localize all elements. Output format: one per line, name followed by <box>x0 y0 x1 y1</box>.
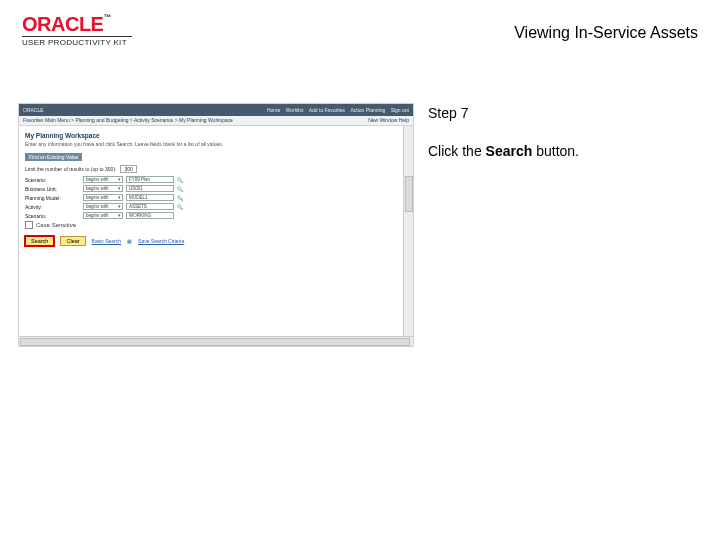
val-scenario2[interactable]: WORKING <box>126 212 174 219</box>
label-scenario2: Scenario: <box>25 213 80 219</box>
basic-search-link[interactable]: Basic Search <box>92 238 121 244</box>
instr-before: Click the <box>428 143 486 159</box>
field-row-bu: Business Unit: begins with US001 🔍 <box>25 185 407 192</box>
op-scenario[interactable]: begins with <box>83 176 123 183</box>
page-title: Viewing In-Service Assets <box>514 24 698 42</box>
lookup-icon[interactable]: 🔍 <box>177 195 183 201</box>
step-label: Step 7 <box>428 105 702 121</box>
val-activity[interactable]: ASSETS <box>126 203 174 210</box>
instruction-pane: Step 7 Click the Search button. <box>414 103 702 159</box>
val-scenario[interactable]: FY09 Plan <box>126 176 174 183</box>
field-row-scenario: Scenario: begins with FY09 Plan 🔍 <box>25 176 407 183</box>
instr-target: Search <box>486 143 533 159</box>
field-row-scenario2: Scenario: begins with WORKING <box>25 212 407 219</box>
op-bu[interactable]: begins with <box>83 185 123 192</box>
tab-strip: Find an Existing Value <box>25 153 407 161</box>
val-model[interactable]: MODEL1 <box>126 194 174 201</box>
save-criteria-link[interactable]: Save Search Criteria <box>138 238 184 244</box>
nav-oracle: ORACLE <box>23 107 44 113</box>
scroll-thumb-h[interactable] <box>20 338 410 346</box>
workspace-title: My Planning Workspace <box>19 126 413 141</box>
op-activity[interactable]: begins with <box>83 203 123 210</box>
app-navbar: ORACLE Home Worklist Add to Favorites Ac… <box>19 104 413 116</box>
limit-row: Limit the number of results to (up to 30… <box>19 165 413 176</box>
lookup-icon[interactable]: 🔍 <box>177 204 183 210</box>
case-checkbox[interactable] <box>25 221 33 229</box>
tab-find-existing[interactable]: Find an Existing Value <box>25 153 82 161</box>
nav-worklist[interactable]: Worklist <box>286 107 304 113</box>
save-icon: ▦ <box>127 238 132 244</box>
val-bu[interactable]: US001 <box>126 185 174 192</box>
label-bu: Business Unit: <box>25 186 80 192</box>
oracle-word: ORACLE <box>22 13 103 35</box>
search-button[interactable]: Search <box>25 236 54 246</box>
label-model: Planning Model: <box>25 195 80 201</box>
lookup-icon[interactable]: 🔍 <box>177 186 183 192</box>
logo-divider <box>22 36 132 37</box>
field-row-activity: Activity: begins with ASSETS 🔍 <box>25 203 407 210</box>
instr-after: button. <box>532 143 579 159</box>
upk-subtitle: USER PRODUCTIVITY KIT <box>22 38 132 47</box>
scrollbar-vertical[interactable] <box>403 126 413 336</box>
nav-action[interactable]: Action Planning <box>351 107 386 113</box>
limit-input[interactable]: 300 <box>120 165 136 173</box>
brand-logo: ORACLE™ USER PRODUCTIVITY KIT <box>22 14 132 47</box>
action-row: Search Clear Basic Search ▦ Save Search … <box>19 231 413 246</box>
app-screenshot: ORACLE Home Worklist Add to Favorites Ac… <box>18 103 414 347</box>
field-row-model: Planning Model: begins with MODEL1 🔍 <box>25 194 407 201</box>
workspace-subtitle: Enter any information you have and click… <box>19 141 413 151</box>
toolbar-right[interactable]: New Window Help <box>368 117 409 124</box>
label-activity: Activity: <box>25 204 80 210</box>
breadcrumb-text[interactable]: Favorites Main Menu > Planning and Budge… <box>23 117 233 124</box>
tm-mark: ™ <box>103 13 111 22</box>
instruction-text: Click the Search button. <box>428 143 702 159</box>
case-row: Case Sensitive <box>25 221 407 229</box>
search-form: Scenario: begins with FY09 Plan 🔍 Busine… <box>19 176 413 229</box>
scroll-thumb-v[interactable] <box>405 176 413 212</box>
nav-fav[interactable]: Add to Favorites <box>309 107 345 113</box>
limit-label: Limit the number of results to (up to 30… <box>25 166 116 172</box>
clear-button[interactable]: Clear <box>60 236 85 246</box>
label-scenario: Scenario: <box>25 177 80 183</box>
scrollbar-horizontal[interactable] <box>19 336 413 346</box>
breadcrumb: Favorites Main Menu > Planning and Budge… <box>19 116 413 126</box>
op-scenario2[interactable]: begins with <box>83 212 123 219</box>
case-label: Case Sensitive <box>36 222 76 228</box>
lookup-icon[interactable]: 🔍 <box>177 177 183 183</box>
nav-signout[interactable]: Sign out <box>391 107 409 113</box>
op-model[interactable]: begins with <box>83 194 123 201</box>
nav-home[interactable]: Home <box>267 107 280 113</box>
